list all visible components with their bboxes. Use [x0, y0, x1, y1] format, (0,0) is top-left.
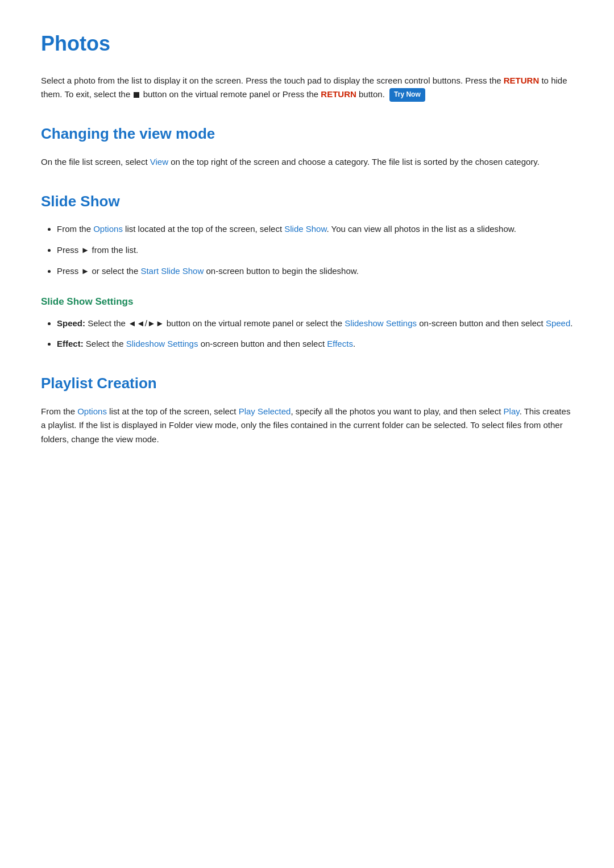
- stop-icon: [134, 92, 139, 98]
- effect-pre: Select the: [84, 339, 126, 348]
- ss-bullet3-mid1: on-screen button to begin the slideshow.: [204, 266, 359, 276]
- playlist-mid2: , specify all the photos you want to pla…: [291, 406, 503, 416]
- section-title-slide-show: Slide Show: [41, 190, 573, 214]
- slide-show-bullet-3: Press ► or select the Start Slide Show o…: [57, 264, 573, 279]
- start-slide-show-link[interactable]: Start Slide Show: [140, 266, 204, 276]
- intro-text-before: Select a photo from the list to display …: [41, 76, 504, 85]
- options-link-2[interactable]: Options: [77, 406, 107, 416]
- subsection-slide-show-settings: Slide Show Settings Speed: Select the ◄◄…: [41, 294, 573, 351]
- ss-bullet3-pre: Press ► or select the: [57, 266, 140, 276]
- slide-show-link-1[interactable]: Slide Show: [284, 224, 326, 234]
- speed-mid1: on-screen button and then select: [417, 318, 546, 328]
- slideshow-settings-link-2[interactable]: Slideshow Settings: [126, 339, 198, 348]
- section-title-playlist-creation: Playlist Creation: [41, 372, 573, 396]
- effect-label: Effect:: [57, 339, 84, 348]
- intro-paragraph: Select a photo from the list to display …: [41, 74, 573, 102]
- effect-post: .: [353, 339, 355, 348]
- slideshow-settings-link-1[interactable]: Slideshow Settings: [345, 318, 417, 328]
- playlist-mid1: list at the top of the screen, select: [107, 406, 239, 416]
- try-now-badge[interactable]: Try Now: [389, 88, 425, 102]
- ss-bullet2-text: Press ► from the list.: [57, 245, 138, 255]
- changing-view-mode-body: On the file list screen, select View on …: [41, 155, 573, 169]
- ss-bullet1-post: . You can view all photos in the list as…: [326, 224, 516, 234]
- slide-show-bullet-1: From the Options list located at the top…: [57, 222, 573, 236]
- speed-post: .: [570, 318, 572, 328]
- section-playlist-creation: Playlist Creation From the Options list …: [41, 372, 573, 447]
- intro-text-end: button.: [356, 89, 385, 99]
- changing-view-mode-post: on the top right of the screen and choos…: [168, 157, 540, 167]
- subsection-title-slide-show-settings: Slide Show Settings: [41, 294, 573, 309]
- section-slide-show: Slide Show From the Options list located…: [41, 190, 573, 352]
- speed-link[interactable]: Speed: [546, 318, 570, 328]
- settings-bullet-speed: Speed: Select the ◄◄/►► button on the vi…: [57, 317, 573, 331]
- ss-bullet1-mid1: list located at the top of the screen, s…: [123, 224, 284, 234]
- slide-show-list: From the Options list located at the top…: [57, 222, 573, 278]
- speed-label: Speed:: [57, 318, 85, 328]
- ss-bullet1-pre: From the: [57, 224, 93, 234]
- return-link-1: RETURN: [504, 76, 540, 85]
- settings-bullet-effect: Effect: Select the Slideshow Settings on…: [57, 337, 573, 351]
- intro-text-mid2: button on the virtual remote panel or Pr…: [140, 89, 321, 99]
- playlist-pre: From the: [41, 406, 77, 416]
- section-changing-view-mode: Changing the view mode On the file list …: [41, 122, 573, 169]
- changing-view-mode-pre: On the file list screen, select: [41, 157, 150, 167]
- effects-link[interactable]: Effects: [327, 339, 353, 348]
- play-link[interactable]: Play: [504, 406, 520, 416]
- options-link-1[interactable]: Options: [93, 224, 123, 234]
- slide-show-settings-list: Speed: Select the ◄◄/►► button on the vi…: [57, 317, 573, 352]
- speed-pre: Select the ◄◄/►► button on the virtual r…: [85, 318, 345, 328]
- view-link[interactable]: View: [150, 157, 168, 167]
- page-title: Photos: [41, 27, 573, 60]
- playlist-creation-body: From the Options list at the top of the …: [41, 405, 573, 447]
- slide-show-bullet-2: Press ► from the list.: [57, 243, 573, 258]
- return-link-2: RETURN: [321, 89, 356, 99]
- play-selected-link[interactable]: Play Selected: [239, 406, 291, 416]
- effect-mid1: on-screen button and then select: [198, 339, 327, 348]
- section-title-changing-view-mode: Changing the view mode: [41, 122, 573, 146]
